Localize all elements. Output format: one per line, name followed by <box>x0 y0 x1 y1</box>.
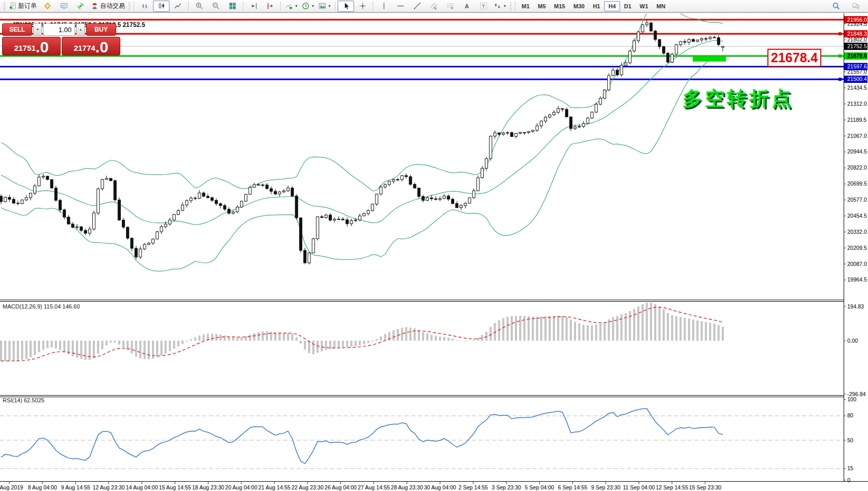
bar-chart-icon <box>141 2 149 10</box>
svg-text:21500.4: 21500.4 <box>847 76 867 82</box>
svg-text:T: T <box>482 3 485 9</box>
crosshair-button[interactable] <box>354 1 371 12</box>
line-chart-button[interactable] <box>170 1 186 12</box>
toolbar-separator <box>281 2 281 11</box>
templates-icon <box>318 2 326 10</box>
svg-text:6 Sep 14:55: 6 Sep 14:55 <box>558 484 587 490</box>
buy-price-main: 21774 <box>74 42 95 54</box>
buy-button[interactable]: BUY <box>86 23 116 36</box>
chart-canvas: 21924.521802.021679.521557.021434.521312… <box>0 0 868 491</box>
horizontal-line-icon <box>397 2 404 10</box>
svg-text:194.83: 194.83 <box>847 303 864 310</box>
bar-chart-button[interactable] <box>136 1 153 12</box>
strategy-tester-button[interactable] <box>55 1 72 12</box>
chart-shift-icon <box>267 2 274 10</box>
volume-input[interactable] <box>43 23 75 36</box>
chat-button[interactable] <box>847 1 864 12</box>
chart-shift-button[interactable] <box>262 1 278 12</box>
indicators-icon <box>285 2 293 10</box>
timeframe-w1-button[interactable]: W1 <box>636 1 653 11</box>
new-order-label: 新订单 <box>18 2 37 10</box>
dropdown-caret-icon: ▾ <box>503 4 506 8</box>
signals-button[interactable] <box>72 1 89 12</box>
auto-scroll-button[interactable] <box>245 1 262 12</box>
toolbar-separator <box>335 2 335 11</box>
macd-pane <box>1 302 723 361</box>
timeframe-m30-button[interactable]: M30 <box>569 1 589 11</box>
timeframe-m1-button[interactable]: M1 <box>517 1 534 11</box>
svg-text:5 Sep 04:00: 5 Sep 04:00 <box>525 484 554 490</box>
toolbar: 新订单 自动交易 ▾ ▾ ▾ E F A T ▾ M1 M5 M15 M30 H… <box>0 0 868 12</box>
text-button[interactable]: A <box>458 1 475 12</box>
toolbar-separator <box>243 2 243 11</box>
search-icon <box>832 2 840 10</box>
svg-text:20209.5: 20209.5 <box>847 245 867 251</box>
timeframe-m15-button[interactable]: M15 <box>550 1 569 11</box>
svg-text:21678.4: 21678.4 <box>847 53 867 59</box>
text-label-button[interactable]: T <box>475 1 492 12</box>
svg-text:0: 0 <box>847 477 850 483</box>
sell-price-button[interactable]: 21751.0 <box>2 37 61 55</box>
svg-text:2 Sep 14:55: 2 Sep 14:55 <box>458 484 488 490</box>
svg-text:A: A <box>465 3 469 9</box>
one-click-trading-panel: SELL ▼ ▲ BUY 21751.0 21774.0 <box>2 23 123 55</box>
svg-text:21 Aug 14:55: 21 Aug 14:55 <box>258 484 290 490</box>
new-order-button[interactable]: 新订单 <box>7 1 39 12</box>
tile-windows-icon <box>229 2 236 10</box>
zoom-in-button[interactable] <box>191 1 207 12</box>
vertical-line-icon <box>380 2 388 10</box>
arrows-button[interactable]: ▾ <box>492 1 508 12</box>
autotrading-label: 自动交易 <box>100 2 125 10</box>
main-pane <box>0 3 844 271</box>
rsi-pane <box>0 409 844 469</box>
indicators-button[interactable]: ▾ <box>283 1 300 12</box>
svg-text:F: F <box>451 6 453 10</box>
volume-increase-button[interactable]: ▲ <box>76 23 85 36</box>
zoom-out-button[interactable] <box>207 1 224 12</box>
svg-text:6 Aug 2019: 6 Aug 2019 <box>0 484 23 490</box>
timeframe-mn-button[interactable]: MN <box>652 1 669 11</box>
arrows-icon <box>494 2 501 10</box>
svg-text:14 Aug 04:00: 14 Aug 04:00 <box>126 484 158 490</box>
crosshair-icon <box>359 2 367 10</box>
svg-text:12 Sep 14:55: 12 Sep 14:55 <box>656 484 689 490</box>
svg-text:20454.5: 20454.5 <box>847 213 867 219</box>
buy-price-button[interactable]: 21774.0 <box>62 37 120 55</box>
trendline-button[interactable] <box>409 1 425 12</box>
svg-text:20944.5: 20944.5 <box>847 148 867 155</box>
tile-windows-button[interactable] <box>224 1 241 12</box>
volume-decrease-button[interactable]: ▼ <box>33 23 42 36</box>
cursor-button[interactable] <box>338 1 354 12</box>
buy-price-pips: .0 <box>95 40 108 54</box>
svg-text:20087.0: 20087.0 <box>847 261 867 267</box>
horizontal-line-button[interactable] <box>392 1 409 12</box>
metaeditor-button[interactable] <box>39 1 55 12</box>
timeframe-h4-button[interactable]: H4 <box>604 1 620 11</box>
timeframe-d1-button[interactable]: D1 <box>620 1 636 11</box>
text-icon: A <box>463 2 471 10</box>
timeframe-m5-button[interactable]: M5 <box>534 1 550 11</box>
fibonacci-button[interactable]: F <box>442 1 458 12</box>
svg-text:80: 80 <box>847 412 853 418</box>
periods-clock-icon <box>302 2 310 10</box>
svg-text:21848.3: 21848.3 <box>847 31 867 37</box>
periods-button[interactable]: ▾ <box>300 1 316 12</box>
candlestick-chart-button[interactable] <box>153 1 170 12</box>
sell-price-pips: .0 <box>36 40 49 54</box>
vertical-line-button[interactable] <box>375 1 392 12</box>
equidistant-channel-button[interactable]: E <box>425 1 442 12</box>
search-button[interactable] <box>828 1 844 12</box>
autotrading-button[interactable]: 自动交易 <box>89 1 127 12</box>
svg-text:50: 50 <box>847 437 853 443</box>
signals-icon <box>77 2 85 10</box>
toolbar-grip <box>129 2 130 10</box>
svg-text:15: 15 <box>847 465 853 471</box>
templates-button[interactable]: ▾ <box>316 1 333 12</box>
svg-text:3 Sep 23:30: 3 Sep 23:30 <box>492 484 521 490</box>
svg-text:11 Sep 04:00: 11 Sep 04:00 <box>623 484 655 490</box>
sell-button[interactable]: SELL <box>2 23 32 36</box>
toolbar-separator <box>515 2 515 11</box>
timeframe-h1-button[interactable]: H1 <box>589 1 604 11</box>
svg-text:0.00: 0.00 <box>847 338 858 344</box>
dropdown-caret-icon: ▾ <box>328 4 330 8</box>
